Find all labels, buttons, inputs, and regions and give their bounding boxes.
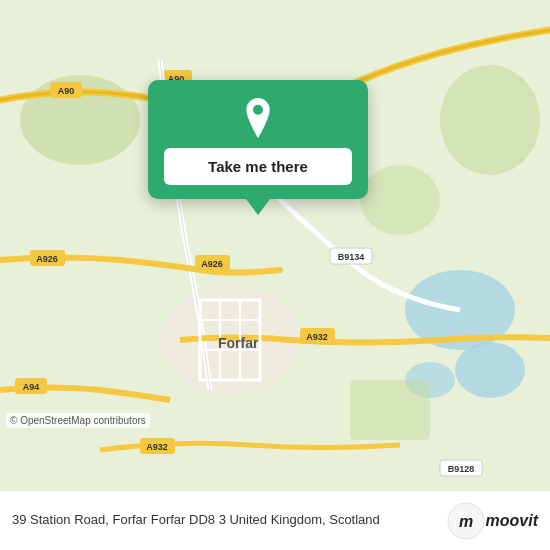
svg-text:A926: A926 <box>36 254 58 264</box>
take-me-there-button[interactable]: Take me there <box>164 148 352 185</box>
svg-text:A94: A94 <box>23 382 40 392</box>
moovit-text: moovit <box>486 512 538 530</box>
osm-credit: © OpenStreetMap contributors <box>6 413 150 428</box>
address-container: 39 Station Road, Forfar Forfar DD8 3 Uni… <box>12 511 437 529</box>
popup-card: Take me there <box>148 80 368 199</box>
map-container: A90 A90 B9128 A926 A926 B9134 A932 A94 A… <box>0 0 550 490</box>
svg-text:B9134: B9134 <box>338 252 365 262</box>
address-text: 39 Station Road, Forfar Forfar DD8 3 Uni… <box>12 511 437 529</box>
svg-text:B9128: B9128 <box>448 464 475 474</box>
svg-point-30 <box>253 105 263 115</box>
moovit-logo: m moovit <box>447 502 538 540</box>
svg-text:Forfar: Forfar <box>218 335 259 351</box>
svg-text:A932: A932 <box>146 442 168 452</box>
svg-text:m: m <box>458 513 472 530</box>
svg-text:A926: A926 <box>201 259 223 269</box>
svg-text:A932: A932 <box>306 332 328 342</box>
info-bar: 39 Station Road, Forfar Forfar DD8 3 Uni… <box>0 490 550 550</box>
moovit-logo-icon: m <box>447 502 485 540</box>
svg-point-6 <box>360 165 440 235</box>
svg-rect-7 <box>350 380 430 440</box>
svg-point-5 <box>440 65 540 175</box>
location-pin-icon <box>238 98 278 138</box>
svg-point-2 <box>455 342 525 398</box>
svg-text:A90: A90 <box>58 86 75 96</box>
